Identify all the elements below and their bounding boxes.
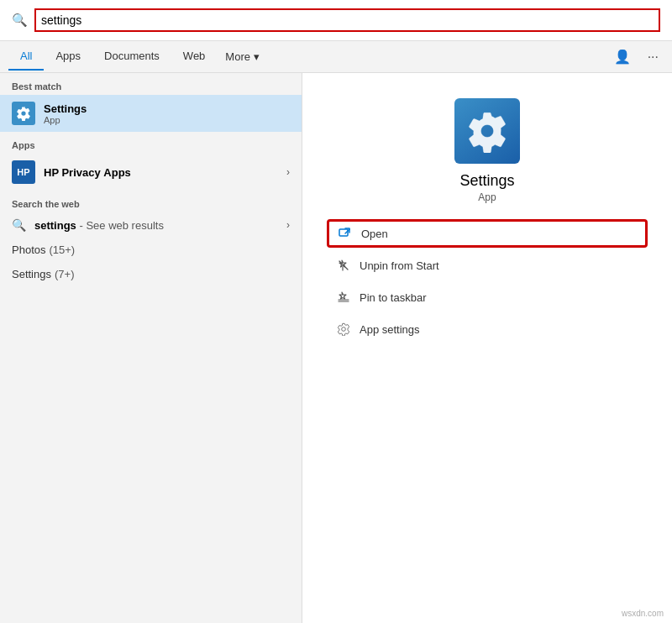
pin-to-taskbar-button[interactable]: Pin to taskbar: [328, 284, 647, 311]
tabs-actions: 👤 ···: [609, 45, 664, 68]
left-panel: Best match Settings App Apps HP: [0, 73, 302, 623]
search-input[interactable]: [34, 8, 660, 32]
settings-result-item[interactable]: Settings App: [0, 95, 302, 132]
apps-label: Apps: [0, 132, 302, 154]
unpin-from-start-button[interactable]: Unpin from Start: [328, 252, 647, 279]
person-icon-button[interactable]: 👤: [609, 45, 636, 68]
search-icon: 🔍: [12, 13, 28, 28]
search-web-label: Search the web: [0, 191, 302, 212]
web-search-text: settings - See web results: [34, 219, 164, 232]
photos-expandable[interactable]: Photos (15+): [0, 238, 302, 262]
tab-web[interactable]: Web: [171, 43, 218, 71]
hp-result-text: HP Privacy Apps: [44, 166, 131, 179]
search-web-icon: 🔍: [12, 218, 26, 232]
tab-all[interactable]: All: [8, 43, 44, 71]
settings-app-icon: [12, 102, 35, 125]
app-preview: Settings App: [328, 98, 647, 203]
search-panel: 🔍 All Apps Documents Web More ▾ 👤 ··· Be…: [0, 0, 672, 623]
search-bar: 🔍: [0, 0, 672, 41]
app-settings-button[interactable]: App settings: [328, 316, 647, 343]
more-options-button[interactable]: ···: [643, 46, 664, 68]
hp-privacy-settings-item[interactable]: HP HP Privacy Apps ›: [0, 154, 302, 191]
settings-large-icon: [454, 98, 520, 164]
app-type-label: App: [478, 191, 496, 203]
app-settings-icon: [336, 322, 351, 337]
unpin-icon: [336, 258, 351, 273]
best-match-label: Best match: [0, 73, 302, 95]
hp-arrow-icon: ›: [286, 166, 290, 178]
tab-documents[interactable]: Documents: [92, 43, 171, 71]
chevron-down-icon: ▾: [254, 50, 260, 63]
action-list: Open Unpin from Start: [328, 220, 647, 343]
web-search-item[interactable]: 🔍 settings - See web results ›: [0, 212, 302, 238]
right-panel: Settings App Open: [302, 73, 672, 623]
settings-expandable[interactable]: Settings (7+): [0, 262, 302, 286]
watermark: wsxdn.com: [622, 609, 664, 618]
open-button[interactable]: Open: [328, 220, 647, 247]
tab-more[interactable]: More ▾: [217, 44, 268, 70]
hp-app-icon: HP: [12, 160, 35, 184]
app-name-large: Settings: [459, 172, 514, 190]
tabs-row: All Apps Documents Web More ▾ 👤 ···: [0, 41, 672, 73]
open-icon: [338, 226, 353, 241]
main-content: Best match Settings App Apps HP: [0, 73, 672, 623]
settings-result-text: Settings App: [44, 102, 87, 125]
web-search-arrow-icon: ›: [286, 219, 290, 231]
pin-icon: [336, 290, 351, 305]
tab-apps[interactable]: Apps: [44, 43, 92, 71]
